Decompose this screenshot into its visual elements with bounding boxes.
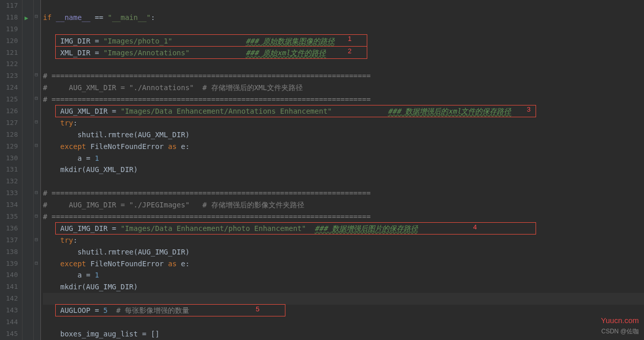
fold-toggle-icon[interactable]: ⊟ (35, 189, 38, 195)
code-line[interactable]: # ======================================… (43, 94, 644, 105)
code-line[interactable]: if __name__ == "__main__": (43, 12, 644, 24)
line-number: 124 (0, 82, 18, 94)
line-number: 132 (0, 176, 18, 187)
code-line[interactable]: # ======================================… (43, 70, 644, 82)
code-line[interactable]: IMG_DIR = "Images/photo_1" ### 原始数据集图像的路… (43, 35, 644, 47)
code-line[interactable]: except FileNotFoundError as e: (43, 141, 644, 153)
line-number: 120 (0, 35, 18, 47)
annotation-label-5: 5 (256, 305, 259, 313)
code-line[interactable]: # ======================================… (43, 211, 644, 223)
code-line[interactable]: shutil.rmtree(AUG_XML_DIR) (43, 129, 644, 141)
fold-gutter: ⊟ ⊟ ⊟ ⊟ ⊟ ⊟ ⊟ ⊟ ⊟ (34, 0, 41, 340)
fold-toggle-icon[interactable]: ⊟ (35, 95, 38, 101)
line-number: 121 (0, 47, 18, 59)
line-number: 145 (0, 328, 18, 340)
code-line[interactable]: AUG_XML_DIR = "Images/Data Enhancement/A… (43, 105, 644, 117)
code-line[interactable] (43, 24, 644, 35)
line-number: 134 (0, 199, 18, 211)
code-line[interactable]: mkdir(AUG_XML_DIR) (43, 164, 644, 176)
line-number: 119 (0, 24, 18, 35)
fold-toggle-icon[interactable]: ⊟ (35, 237, 38, 242)
code-line[interactable] (43, 58, 644, 70)
line-number: 136 (0, 223, 18, 235)
code-line[interactable]: mkdir(AUG_IMG_DIR) (43, 281, 644, 293)
line-number: 125 (0, 94, 18, 105)
code-editor[interactable]: 117 118 119 120 121 122 123 124 125 126 … (0, 0, 644, 340)
line-number: 143 (0, 305, 18, 316)
code-line[interactable]: # AUG_IMG_DIR = "./JPEGImages" # 存储增强后的影… (43, 199, 644, 211)
line-number: 118 (0, 12, 18, 24)
line-number: 128 (0, 129, 18, 141)
fold-toggle-icon[interactable]: ⊟ (35, 142, 38, 148)
code-line[interactable] (43, 316, 644, 328)
line-number: 144 (0, 316, 18, 328)
fold-toggle-icon[interactable]: ⊟ (35, 260, 38, 266)
line-number: 131 (0, 164, 18, 176)
code-line[interactable]: XML_DIR = "Images/Annotations" ### 原始xml… (43, 47, 644, 59)
code-line[interactable]: AUGLOOP = 5 # 每张影像增强的数量 (43, 305, 644, 316)
fold-toggle-icon[interactable]: ⊟ (35, 119, 38, 124)
code-line[interactable] (43, 293, 644, 305)
code-line[interactable]: shutil.rmtree(AUG_IMG_DIR) (43, 246, 644, 258)
code-line[interactable]: a = 1 (43, 153, 644, 164)
line-number: 129 (0, 141, 18, 153)
code-line[interactable]: a = 1 (43, 269, 644, 281)
fold-toggle-icon[interactable]: ⊟ (35, 72, 38, 77)
line-number: 117 (0, 0, 18, 12)
line-number: 130 (0, 153, 18, 164)
code-content[interactable]: if __name__ == "__main__": IMG_DIR = "Im… (41, 0, 644, 340)
line-number: 126 (0, 105, 18, 117)
annotation-label-4: 4 (473, 223, 477, 231)
code-line[interactable] (43, 0, 644, 12)
line-number: 142 (0, 293, 18, 305)
line-number-gutter: 117 118 119 120 121 122 123 124 125 126 … (0, 0, 23, 340)
csdn-attribution: CSDN @佐咖 (601, 327, 639, 336)
code-line[interactable]: boxes_img_aug_list = [] (43, 328, 644, 340)
line-number: 122 (0, 58, 18, 70)
line-number: 127 (0, 117, 18, 129)
line-number: 140 (0, 269, 18, 281)
fold-toggle-icon[interactable]: ⊟ (35, 13, 38, 19)
annotation-label-2: 2 (348, 47, 351, 55)
annotation-label-3: 3 (527, 105, 530, 113)
code-line[interactable] (43, 176, 644, 187)
line-number: 135 (0, 211, 18, 223)
code-line[interactable]: except FileNotFoundError as e: (43, 258, 644, 270)
line-number: 139 (0, 258, 18, 270)
code-line[interactable]: AUG_IMG_DIR = "Images/Data Enhancement/p… (43, 223, 644, 235)
code-line[interactable]: # AUG_XML_DIR = "./Annotations" # 存储增强后的… (43, 82, 644, 94)
fold-toggle-icon[interactable]: ⊟ (35, 213, 38, 219)
line-number: 141 (0, 281, 18, 293)
line-number: 123 (0, 70, 18, 82)
line-number: 137 (0, 235, 18, 246)
code-line[interactable]: # ======================================… (43, 187, 644, 199)
line-number: 133 (0, 187, 18, 199)
annotation-label-1: 1 (348, 35, 351, 42)
code-line[interactable]: try: (43, 235, 644, 246)
run-gutter: ▶ (23, 0, 34, 340)
run-icon[interactable]: ▶ (25, 14, 28, 22)
code-line[interactable]: try: (43, 117, 644, 129)
line-number: 138 (0, 246, 18, 258)
watermark-text: Yuucn.com (601, 316, 639, 325)
